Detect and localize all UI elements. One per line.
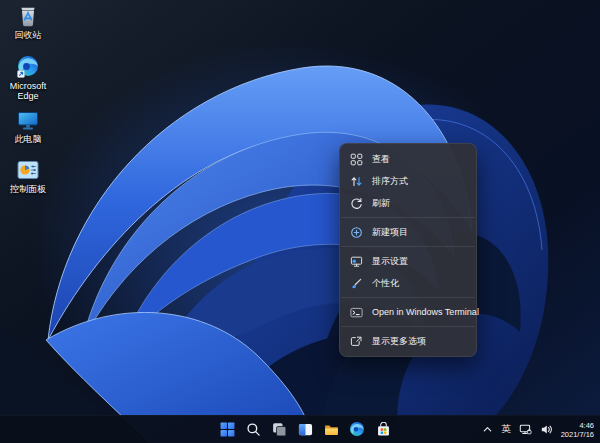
task-view-button[interactable]	[267, 417, 291, 441]
desktop-icon-this-pc[interactable]: 此电脑	[0, 108, 56, 144]
menu-item-new[interactable]: 新建项目	[340, 221, 476, 243]
desktop-icon-label: Microsoft Edge	[1, 81, 55, 101]
menu-item-label: Open in Windows Terminal	[372, 307, 479, 317]
wallpaper-bloom	[0, 0, 600, 443]
display-settings-icon	[350, 255, 363, 268]
sort-icon	[350, 175, 363, 188]
desktop-icon-label: 回收站	[15, 30, 42, 40]
menu-item-label: 刷新	[372, 197, 390, 210]
network-icon[interactable]	[519, 423, 532, 436]
microsoft-store-icon	[376, 422, 391, 437]
edge-icon	[349, 421, 365, 437]
menu-item-refresh[interactable]: 刷新	[340, 192, 476, 214]
edge-icon	[16, 55, 40, 79]
search-icon	[246, 422, 261, 437]
menu-separator	[341, 246, 475, 247]
desktop-icon-microsoft-edge[interactable]: Microsoft Edge	[0, 55, 56, 101]
volume-icon[interactable]	[540, 423, 553, 436]
control-panel-icon	[16, 158, 40, 182]
file-explorer-button[interactable]	[319, 417, 343, 441]
desktop-icon-label: 此电脑	[15, 134, 42, 144]
microsoft-store-button[interactable]	[371, 417, 395, 441]
clock[interactable]: 4:46 2021/7/16	[561, 421, 594, 439]
desktop-icon-recycle-bin[interactable]: 回收站	[0, 4, 56, 40]
windows-terminal-icon	[350, 306, 363, 319]
windows-11-desktop: 回收站 Microsoft Edge	[0, 0, 600, 443]
menu-item-view[interactable]: 查看	[340, 148, 476, 170]
menu-item-open-in-windows-terminal[interactable]: Open in Windows Terminal	[340, 301, 476, 323]
start-button[interactable]	[215, 417, 239, 441]
desktop-context-menu: 查看 排序方式 刷新	[339, 143, 477, 357]
menu-item-label: 显示设置	[372, 255, 408, 268]
menu-item-label: 排序方式	[372, 175, 408, 188]
menu-item-label: 新建项目	[372, 226, 408, 239]
desktop-icon-label: 控制面板	[10, 184, 46, 194]
this-pc-icon	[16, 108, 40, 132]
menu-separator	[341, 217, 475, 218]
edge-button[interactable]	[345, 417, 369, 441]
recycle-bin-icon	[16, 4, 40, 28]
menu-separator	[341, 297, 475, 298]
taskbar: 英 4:46 2021/7/16	[0, 415, 600, 443]
start-icon	[220, 422, 235, 437]
menu-item-label: 个性化	[372, 277, 399, 290]
menu-item-show-more-options[interactable]: 显示更多选项	[340, 330, 476, 352]
input-language-indicator[interactable]: 英	[501, 423, 511, 436]
widgets-icon	[298, 422, 313, 437]
menu-item-display-settings[interactable]: 显示设置	[340, 250, 476, 272]
clock-time: 4:46	[561, 421, 594, 430]
new-item-icon	[350, 226, 363, 239]
menu-item-label: 查看	[372, 153, 390, 166]
menu-separator	[341, 326, 475, 327]
chevron-up-icon	[482, 424, 493, 435]
desktop-icon-control-panel[interactable]: 控制面板	[0, 158, 56, 194]
taskbar-tray: 英 4:46 2021/7/16	[482, 416, 594, 443]
menu-item-sort-by[interactable]: 排序方式	[340, 170, 476, 192]
clock-date: 2021/7/16	[561, 430, 594, 439]
more-options-icon	[350, 335, 363, 348]
personalize-icon	[350, 277, 363, 290]
menu-item-label: 显示更多选项	[372, 335, 426, 348]
widgets-button[interactable]	[293, 417, 317, 441]
refresh-icon	[350, 197, 363, 210]
menu-item-personalize[interactable]: 个性化	[340, 272, 476, 294]
task-view-icon	[272, 422, 287, 437]
search-button[interactable]	[241, 417, 265, 441]
view-grid-icon	[350, 153, 363, 166]
taskbar-center-icons	[215, 417, 395, 441]
show-hidden-icons-button[interactable]	[482, 424, 493, 435]
file-explorer-icon	[324, 422, 339, 437]
